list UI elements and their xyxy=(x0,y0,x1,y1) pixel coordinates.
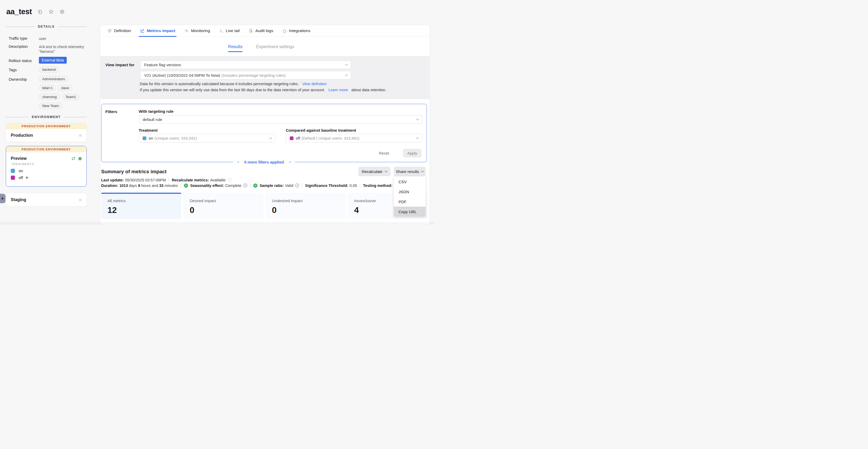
metric-card-label: Undesired impact xyxy=(272,199,346,203)
chart-line-icon xyxy=(140,28,145,33)
tab-audit-logs[interactable]: Audit logs xyxy=(249,25,273,36)
environment-card-preview[interactable]: PRODUCTION ENVIRONMENT Preview TREATMENT… xyxy=(6,146,87,187)
page-title: aa_test xyxy=(6,7,32,16)
baseline-note: (Default | Unique users: 315,461) xyxy=(301,136,360,140)
treatment-off-label: off xyxy=(19,175,23,180)
targeting-rule-dropdown[interactable]: default rule xyxy=(139,115,423,124)
share-results-button[interactable]: Share results xyxy=(394,167,426,176)
terminal-icon xyxy=(219,28,224,33)
filters-box: Filters With targeting rule default rule… xyxy=(101,104,427,162)
reset-button[interactable]: Reset xyxy=(379,151,389,155)
traffic-type-row: Traffic type user xyxy=(9,36,92,41)
testing-method-label: Testing method: xyxy=(363,183,393,188)
chevron-down-icon xyxy=(237,160,239,162)
environment-card-production[interactable]: PRODUCTION ENVIRONMENT Production xyxy=(6,123,87,142)
production-environment-banner: PRODUCTION ENVIRONMENT xyxy=(6,123,87,129)
page-header: aa_test xyxy=(6,7,65,16)
environment-card-staging[interactable]: Staging xyxy=(6,193,87,207)
question-icon[interactable]: ? xyxy=(243,183,247,187)
version-info-line: Data for this version is automatically c… xyxy=(140,82,327,86)
impact-scope-dropdown[interactable]: Feature flag versions xyxy=(140,60,351,69)
retention-info-line: If you update this version we will only … xyxy=(140,88,386,92)
tab-integrations[interactable]: Integrations xyxy=(282,25,310,36)
view-definition-link[interactable]: View definition xyxy=(302,82,327,86)
metric-card-desired-impact[interactable]: Desired impact 0 xyxy=(183,193,264,219)
tags-label: Tags xyxy=(9,66,39,75)
chevron-down-icon xyxy=(416,137,419,139)
tab-monitoring[interactable]: Monitoring xyxy=(184,25,210,36)
sidebar: DETAILS Traffic type user Description A/… xyxy=(0,25,92,207)
default-treatment-asterisk-icon: ✳ xyxy=(25,176,28,180)
environment-status-dot xyxy=(79,134,82,137)
chevron-down-icon xyxy=(345,73,348,76)
duration-minutes: 33 xyxy=(159,183,163,188)
metric-card-undesired-impact[interactable]: Undesired impact 0 xyxy=(266,193,346,219)
pulse-icon xyxy=(184,28,189,33)
version-dropdown[interactable]: V21 (Active) (10/03/2022 04:59PM To Now)… xyxy=(140,71,351,80)
tag-pill: backend xyxy=(39,66,59,73)
info-icon[interactable]: i xyxy=(228,178,232,182)
environment-name: Production xyxy=(11,133,79,138)
chevron-down-icon xyxy=(270,137,272,139)
subtab-results[interactable]: Results xyxy=(228,44,243,49)
tab-label: Live tail xyxy=(226,28,240,33)
star-icon[interactable] xyxy=(48,9,54,14)
owner-pill: channing xyxy=(39,94,60,100)
menu-item-csv[interactable]: CSV xyxy=(394,177,426,187)
treatment-dropdown[interactable]: on (Unique users: 316,341) xyxy=(139,134,276,143)
treatment-note: (Unique users: 316,341) xyxy=(154,136,197,140)
treatment-off-swatch xyxy=(290,137,293,140)
learn-more-link[interactable]: Learn more xyxy=(329,88,348,92)
retention-info-suffix: about data retention. xyxy=(351,88,386,92)
environment-status-dot xyxy=(79,199,82,201)
owner-pill: Administrators xyxy=(39,76,68,82)
results-subtabs: Results Experiment settings xyxy=(228,44,294,49)
more-filters-toggle[interactable]: 0 more filters applied xyxy=(233,159,295,165)
main-panel: Definition Metrics impact Monitoring xyxy=(100,25,430,224)
sidebar-collapse-handle[interactable] xyxy=(0,194,5,203)
rollout-status-badge: External Beta xyxy=(39,57,67,64)
environment-heading-label: ENVIRONMENT xyxy=(32,115,61,119)
version-value: V21 (Active) (10/03/2022 04:59PM To Now) xyxy=(144,73,220,78)
tab-metrics-impact[interactable]: Metrics impact xyxy=(140,25,176,36)
gear-icon[interactable] xyxy=(59,9,65,14)
recalculate-label: Recalculate xyxy=(362,169,382,174)
environment-name: Staging xyxy=(11,198,79,202)
last-update-value: 05/30/2025 03:57:06PM xyxy=(125,178,166,182)
treatment-off-swatch xyxy=(11,176,15,180)
duration-hours: 8 xyxy=(138,183,140,188)
divider xyxy=(360,183,360,188)
subtab-experiment-settings[interactable]: Experiment settings xyxy=(256,44,294,49)
targeting-rule-label: With targeting rule xyxy=(139,109,174,114)
target-icon xyxy=(107,28,112,33)
tab-live-tail[interactable]: Live tail xyxy=(219,25,240,36)
tab-definition[interactable]: Definition xyxy=(107,25,131,36)
recalculate-button[interactable]: Recalculate xyxy=(358,167,391,176)
document-search-icon xyxy=(249,28,253,33)
tags-row: Tags backend xyxy=(9,66,92,75)
rollout-status-row: Rollout status External Beta xyxy=(9,57,92,64)
check-circle-icon: ✓ xyxy=(184,183,188,188)
treatment-on-swatch xyxy=(143,137,146,140)
menu-item-json[interactable]: JSON xyxy=(394,187,426,197)
treatments-heading: TREATMENTS xyxy=(11,162,82,166)
copy-icon[interactable] xyxy=(37,9,43,14)
tab-label: Audit logs xyxy=(255,28,273,33)
duration-label: Duration: xyxy=(101,183,118,188)
swap-arrows-icon xyxy=(71,156,76,160)
description-value: A/A test to check telemetry "fairness" xyxy=(39,44,87,54)
metric-card-all-metrics[interactable]: All metrics 12 xyxy=(101,193,181,219)
menu-item-copy-url[interactable]: Copy URL xyxy=(394,207,426,217)
metric-card-label: All metrics xyxy=(107,199,181,203)
menu-item-pdf[interactable]: PDF xyxy=(394,197,426,207)
metric-card-value: 0 xyxy=(272,205,346,215)
environment-name: Preview xyxy=(11,156,71,161)
treatment-off-row: off ✳ xyxy=(11,175,82,180)
chevron-down-icon xyxy=(289,160,291,162)
summary-title: Summary of metrics impact xyxy=(101,169,166,175)
targeting-rule-value: default rule xyxy=(143,117,162,122)
seasonality-value: Complete xyxy=(225,183,242,188)
question-icon[interactable]: ? xyxy=(295,183,299,187)
apply-button[interactable]: Apply xyxy=(403,149,422,157)
baseline-dropdown[interactable]: off (Default | Unique users: 315,461) xyxy=(286,134,423,143)
